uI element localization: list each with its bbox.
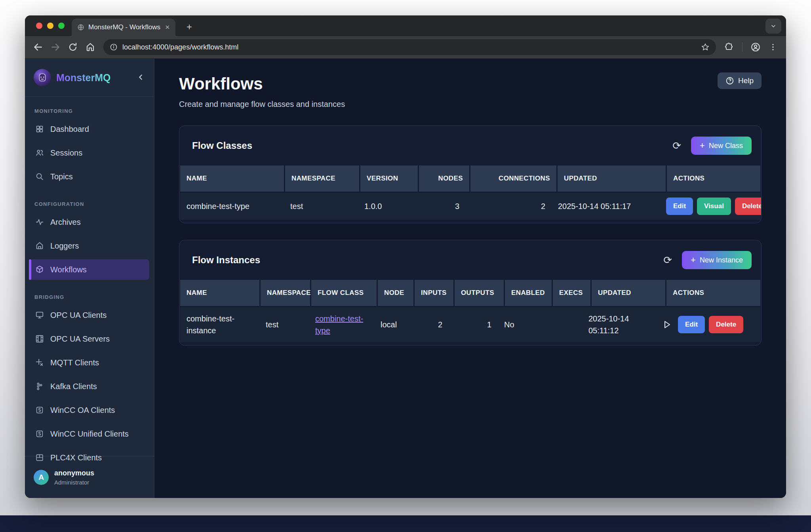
plus-icon: + bbox=[691, 255, 696, 265]
sidebar: MonsterMQ MONITORING Dashboard Sessions bbox=[25, 59, 154, 498]
brand-row: MonsterMQ bbox=[25, 59, 154, 97]
extensions-icon[interactable] bbox=[722, 40, 737, 55]
sidebar-item-mqtt-clients[interactable]: MQTT Clients bbox=[30, 352, 149, 373]
page-subtitle: Create and manage flow classes and insta… bbox=[179, 100, 762, 109]
bookmark-star-icon[interactable] bbox=[701, 43, 710, 51]
sidebar-item-opc-ua-servers[interactable]: OPC UA Servers bbox=[30, 329, 149, 349]
wincc-unified-icon bbox=[35, 429, 44, 438]
instance-flow-class-cell: combine-test-type bbox=[309, 307, 374, 342]
delete-class-button[interactable]: Delete bbox=[735, 198, 762, 215]
help-button[interactable]: Help bbox=[718, 72, 762, 89]
loggers-icon bbox=[35, 241, 44, 250]
site-info-icon[interactable] bbox=[110, 43, 118, 51]
flow-instances-title: Flow Instances bbox=[192, 255, 659, 266]
instance-node-cell: local bbox=[374, 307, 410, 342]
minimize-window-button[interactable] bbox=[47, 23, 53, 29]
instance-outputs-cell: 1 bbox=[449, 307, 498, 342]
dashboard-icon bbox=[35, 125, 44, 133]
sidebar-item-loggers[interactable]: Loggers bbox=[30, 236, 149, 256]
back-icon[interactable] bbox=[30, 40, 46, 55]
user-avatar: A bbox=[34, 470, 49, 485]
flow-instances-table: NAME NAMESPACE FLOW CLASS NODE INPUTS OU… bbox=[179, 280, 761, 345]
new-instance-button[interactable]: + New Instance bbox=[682, 251, 752, 269]
sidebar-nav: MONITORING Dashboard Sessions Topics CON… bbox=[25, 97, 154, 468]
instance-namespace-cell: test bbox=[259, 307, 309, 342]
instance-actions-cell: Edit Delete bbox=[656, 307, 760, 342]
kafka-icon bbox=[35, 382, 44, 391]
home-icon[interactable] bbox=[83, 40, 98, 55]
sidebar-item-kafka-clients[interactable]: Kafka Clients bbox=[30, 376, 149, 397]
desktop: MonsterMQ - Workflows ✕ + bbox=[0, 0, 811, 532]
tab-search-chevron-icon[interactable] bbox=[765, 19, 781, 34]
sidebar-item-opc-ua-clients[interactable]: OPC UA Clients bbox=[30, 305, 149, 325]
run-instance-play-icon[interactable] bbox=[662, 320, 672, 329]
new-tab-button[interactable]: + bbox=[183, 20, 196, 34]
browser-tab[interactable]: MonsterMQ - Workflows ✕ bbox=[72, 19, 175, 36]
zoom-window-button[interactable] bbox=[58, 23, 65, 29]
url-text[interactable]: localhost:4000/pages/workflows.html bbox=[122, 43, 696, 51]
forward-icon[interactable] bbox=[48, 40, 63, 55]
desktop-bottom-strip bbox=[0, 515, 811, 532]
refresh-instances-icon[interactable]: ⟳ bbox=[659, 251, 676, 269]
user-name: anonymous bbox=[54, 469, 94, 477]
class-connections-cell: 2 bbox=[466, 193, 552, 220]
class-namespace-cell: test bbox=[284, 193, 358, 220]
sidebar-item-dashboard[interactable]: Dashboard bbox=[30, 119, 149, 139]
flow-class-link[interactable]: combine-test-type bbox=[315, 313, 368, 336]
sidebar-item-sessions[interactable]: Sessions bbox=[30, 142, 149, 163]
flow-instances-card: Flow Instances ⟳ + New Instance NAME NAM… bbox=[179, 240, 762, 346]
visual-class-button[interactable]: Visual bbox=[697, 198, 731, 215]
flow-classes-header-row: NAME NAMESPACE VERSION NODES CONNECTIONS… bbox=[180, 165, 760, 192]
menu-kebab-icon[interactable] bbox=[765, 40, 781, 55]
main-content: Workflows Create and manage flow classes… bbox=[154, 59, 786, 498]
url-bar[interactable]: localhost:4000/pages/workflows.html bbox=[103, 39, 716, 55]
user-role: Administrator bbox=[54, 479, 94, 486]
edit-instance-button[interactable]: Edit bbox=[678, 316, 705, 333]
delete-instance-button[interactable]: Delete bbox=[709, 316, 743, 333]
topics-icon bbox=[35, 172, 44, 181]
help-circle-icon bbox=[725, 76, 734, 85]
class-name-cell: combine-test-type bbox=[180, 193, 284, 220]
monstermq-logo bbox=[34, 69, 51, 86]
server-grid-icon bbox=[35, 334, 44, 343]
toolbar-divider bbox=[742, 42, 742, 52]
instance-updated-cell: 2025-10-14 05:11:12 bbox=[582, 307, 656, 342]
user-footer[interactable]: A anonymous Administrator bbox=[25, 456, 154, 498]
instance-inputs-cell: 2 bbox=[410, 307, 449, 342]
monitor-icon bbox=[35, 311, 44, 319]
edit-class-button[interactable]: Edit bbox=[666, 198, 693, 215]
workflows-icon bbox=[35, 265, 44, 274]
plus-icon: + bbox=[700, 141, 705, 151]
class-updated-cell: 2025-10-14 05:11:17 bbox=[552, 193, 660, 220]
sidebar-item-wincc-unified-clients[interactable]: WinCC Unified Clients bbox=[30, 424, 149, 444]
sidebar-item-workflows[interactable]: Workflows bbox=[30, 259, 149, 280]
wincc-oa-icon bbox=[35, 406, 44, 414]
brand-name: MonsterMQ bbox=[56, 72, 111, 84]
tab-favicon-globe-icon bbox=[77, 24, 84, 31]
sidebar-item-topics[interactable]: Topics bbox=[30, 166, 149, 187]
flow-instance-row: combine-test-instance test combine-test-… bbox=[180, 307, 760, 342]
close-window-button[interactable] bbox=[36, 23, 42, 29]
flow-classes-table: NAME NAMESPACE VERSION NODES CONNECTIONS… bbox=[179, 165, 761, 223]
tab-close-icon[interactable]: ✕ bbox=[165, 24, 170, 31]
browser-toolbar: localhost:4000/pages/workflows.html bbox=[25, 36, 786, 59]
reload-icon[interactable] bbox=[65, 40, 80, 55]
section-label-configuration: CONFIGURATION bbox=[34, 201, 154, 207]
archives-icon bbox=[35, 218, 44, 226]
tab-strip: MonsterMQ - Workflows ✕ + bbox=[25, 15, 786, 36]
window-controls bbox=[36, 23, 65, 29]
new-class-button[interactable]: + New Class bbox=[691, 137, 752, 155]
flow-classes-card: Flow Classes ⟳ + New Class NAME NAMESPAC… bbox=[179, 125, 762, 223]
instance-name-cell: combine-test-instance bbox=[180, 307, 259, 342]
sidebar-item-archives[interactable]: Archives bbox=[30, 212, 149, 232]
refresh-classes-icon[interactable]: ⟳ bbox=[668, 137, 685, 154]
instance-enabled-cell: No bbox=[498, 307, 544, 342]
profile-icon[interactable] bbox=[748, 40, 763, 55]
class-nodes-cell: 3 bbox=[415, 193, 466, 220]
sidebar-collapse-icon[interactable] bbox=[137, 73, 145, 82]
sidebar-item-wincc-oa-clients[interactable]: WinCC OA Clients bbox=[30, 400, 149, 420]
flow-classes-title: Flow Classes bbox=[192, 140, 668, 151]
class-actions-cell: Edit Visual Delete bbox=[660, 193, 762, 220]
browser-window: MonsterMQ - Workflows ✕ + bbox=[25, 15, 786, 498]
page-title: Workflows bbox=[179, 74, 762, 93]
